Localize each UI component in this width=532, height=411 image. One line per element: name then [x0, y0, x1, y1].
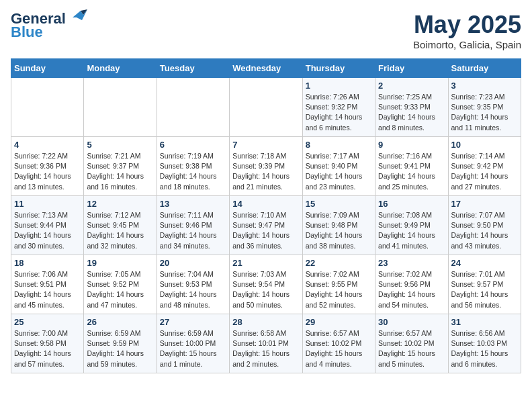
day-number: 31: [451, 317, 518, 327]
day-info: Sunrise: 7:26 AM Sunset: 9:32 PM Dayligh…: [306, 93, 363, 132]
header-day-thursday: Thursday: [302, 59, 375, 78]
day-info: Sunrise: 7:17 AM Sunset: 9:40 PM Dayligh…: [306, 152, 363, 191]
day-cell: 1Sunrise: 7:26 AM Sunset: 9:32 PM Daylig…: [302, 78, 375, 137]
day-cell: 25Sunrise: 7:00 AM Sunset: 9:58 PM Dayli…: [11, 314, 84, 373]
page-header: General Blue May 2025 Boimorto, Galicia,…: [11, 11, 521, 50]
day-info: Sunrise: 7:12 AM Sunset: 9:45 PM Dayligh…: [87, 211, 144, 250]
day-number: 9: [378, 140, 445, 150]
day-info: Sunrise: 7:08 AM Sunset: 9:49 PM Dayligh…: [378, 211, 435, 250]
day-cell: 9Sunrise: 7:16 AM Sunset: 9:41 PM Daylig…: [375, 137, 448, 196]
day-number: 15: [306, 199, 372, 209]
day-info: Sunrise: 7:23 AM Sunset: 9:35 PM Dayligh…: [451, 93, 508, 132]
header-day-friday: Friday: [375, 59, 448, 78]
day-cell: 16Sunrise: 7:08 AM Sunset: 9:49 PM Dayli…: [375, 196, 448, 255]
day-info: Sunrise: 7:25 AM Sunset: 9:33 PM Dayligh…: [378, 93, 435, 132]
day-number: 14: [232, 199, 299, 209]
day-cell: 22Sunrise: 7:02 AM Sunset: 9:55 PM Dayli…: [302, 255, 375, 314]
day-cell: 23Sunrise: 7:02 AM Sunset: 9:56 PM Dayli…: [375, 255, 448, 314]
day-cell: 31Sunrise: 6:56 AM Sunset: 10:03 PM Dayl…: [448, 314, 521, 373]
logo-bird-icon: [67, 8, 87, 27]
header-day-wednesday: Wednesday: [230, 59, 302, 78]
week-row-4: 18Sunrise: 7:06 AM Sunset: 9:51 PM Dayli…: [11, 255, 521, 314]
day-cell: 24Sunrise: 7:01 AM Sunset: 9:57 PM Dayli…: [448, 255, 521, 314]
day-number: 27: [160, 317, 226, 327]
day-info: Sunrise: 7:00 AM Sunset: 9:58 PM Dayligh…: [14, 329, 71, 368]
day-cell: 15Sunrise: 7:09 AM Sunset: 9:48 PM Dayli…: [302, 196, 375, 255]
day-cell: 17Sunrise: 7:07 AM Sunset: 9:50 PM Dayli…: [448, 196, 521, 255]
week-row-2: 4Sunrise: 7:22 AM Sunset: 9:36 PM Daylig…: [11, 137, 521, 196]
day-cell: 27Sunrise: 6:59 AM Sunset: 10:00 PM Dayl…: [157, 314, 229, 373]
day-cell: 3Sunrise: 7:23 AM Sunset: 9:35 PM Daylig…: [448, 78, 521, 137]
day-info: Sunrise: 6:57 AM Sunset: 10:02 PM Daylig…: [306, 329, 363, 368]
day-info: Sunrise: 7:07 AM Sunset: 9:50 PM Dayligh…: [451, 211, 508, 250]
day-cell: 30Sunrise: 6:57 AM Sunset: 10:02 PM Dayl…: [375, 314, 448, 373]
day-number: 22: [306, 258, 372, 268]
day-info: Sunrise: 7:14 AM Sunset: 9:42 PM Dayligh…: [451, 152, 508, 191]
day-number: 30: [378, 317, 445, 327]
day-info: Sunrise: 7:09 AM Sunset: 9:48 PM Dayligh…: [306, 211, 363, 250]
day-info: Sunrise: 7:18 AM Sunset: 9:39 PM Dayligh…: [232, 152, 290, 191]
day-cell: 18Sunrise: 7:06 AM Sunset: 9:51 PM Dayli…: [11, 255, 84, 314]
day-info: Sunrise: 6:59 AM Sunset: 9:59 PM Dayligh…: [87, 329, 144, 368]
header-row: SundayMondayTuesdayWednesdayThursdayFrid…: [11, 59, 521, 78]
day-number: 5: [87, 140, 153, 150]
day-number: 13: [160, 199, 226, 209]
day-info: Sunrise: 7:05 AM Sunset: 9:52 PM Dayligh…: [87, 270, 144, 309]
day-number: 20: [160, 258, 226, 268]
day-cell: 20Sunrise: 7:04 AM Sunset: 9:53 PM Dayli…: [157, 255, 229, 314]
day-cell: 14Sunrise: 7:10 AM Sunset: 9:47 PM Dayli…: [230, 196, 302, 255]
day-cell: 8Sunrise: 7:17 AM Sunset: 9:40 PM Daylig…: [302, 137, 375, 196]
day-number: 21: [232, 258, 299, 268]
day-info: Sunrise: 6:59 AM Sunset: 10:00 PM Daylig…: [160, 329, 217, 368]
day-cell: 13Sunrise: 7:11 AM Sunset: 9:46 PM Dayli…: [157, 196, 229, 255]
header-day-tuesday: Tuesday: [157, 59, 229, 78]
day-cell: 2Sunrise: 7:25 AM Sunset: 9:33 PM Daylig…: [375, 78, 448, 137]
day-info: Sunrise: 7:06 AM Sunset: 9:51 PM Dayligh…: [14, 270, 71, 309]
day-number: 12: [87, 199, 153, 209]
day-number: 6: [160, 140, 226, 150]
header-day-saturday: Saturday: [448, 59, 521, 78]
calendar-table: SundayMondayTuesdayWednesdayThursdayFrid…: [11, 58, 521, 373]
title-block: May 2025 Boimorto, Galicia, Spain: [413, 11, 521, 50]
day-number: 1: [306, 81, 372, 91]
day-number: 23: [378, 258, 445, 268]
day-cell: 19Sunrise: 7:05 AM Sunset: 9:52 PM Dayli…: [84, 255, 157, 314]
day-number: 18: [14, 258, 81, 268]
day-cell: [84, 78, 157, 137]
logo-text-blue: Blue: [11, 24, 43, 40]
day-info: Sunrise: 7:11 AM Sunset: 9:46 PM Dayligh…: [160, 211, 217, 250]
day-info: Sunrise: 7:01 AM Sunset: 9:57 PM Dayligh…: [451, 270, 508, 309]
day-cell: 6Sunrise: 7:19 AM Sunset: 9:38 PM Daylig…: [157, 137, 229, 196]
day-cell: 4Sunrise: 7:22 AM Sunset: 9:36 PM Daylig…: [11, 137, 84, 196]
day-number: 26: [87, 317, 153, 327]
day-info: Sunrise: 7:02 AM Sunset: 9:55 PM Dayligh…: [306, 270, 363, 309]
day-info: Sunrise: 7:21 AM Sunset: 9:37 PM Dayligh…: [87, 152, 144, 191]
day-number: 8: [306, 140, 372, 150]
day-info: Sunrise: 7:16 AM Sunset: 9:41 PM Dayligh…: [378, 152, 435, 191]
day-cell: 29Sunrise: 6:57 AM Sunset: 10:02 PM Dayl…: [302, 314, 375, 373]
day-info: Sunrise: 7:19 AM Sunset: 9:38 PM Dayligh…: [160, 152, 217, 191]
day-info: Sunrise: 7:02 AM Sunset: 9:56 PM Dayligh…: [378, 270, 435, 309]
day-cell: 7Sunrise: 7:18 AM Sunset: 9:39 PM Daylig…: [230, 137, 302, 196]
header-day-monday: Monday: [84, 59, 157, 78]
day-cell: 5Sunrise: 7:21 AM Sunset: 9:37 PM Daylig…: [84, 137, 157, 196]
week-row-3: 11Sunrise: 7:13 AM Sunset: 9:44 PM Dayli…: [11, 196, 521, 255]
day-number: 2: [378, 81, 445, 91]
day-number: 4: [14, 140, 81, 150]
main-title: May 2025: [413, 11, 521, 39]
day-info: Sunrise: 6:56 AM Sunset: 10:03 PM Daylig…: [451, 329, 508, 368]
day-number: 25: [14, 317, 81, 327]
logo: General Blue: [11, 11, 87, 40]
day-number: 11: [14, 199, 81, 209]
day-cell: [157, 78, 229, 137]
day-cell: [230, 78, 302, 137]
day-number: 19: [87, 258, 153, 268]
day-cell: [11, 78, 84, 137]
day-info: Sunrise: 7:04 AM Sunset: 9:53 PM Dayligh…: [160, 270, 217, 309]
day-number: 24: [451, 258, 518, 268]
day-number: 17: [451, 199, 518, 209]
day-cell: 12Sunrise: 7:12 AM Sunset: 9:45 PM Dayli…: [84, 196, 157, 255]
day-info: Sunrise: 7:13 AM Sunset: 9:44 PM Dayligh…: [14, 211, 71, 250]
day-cell: 21Sunrise: 7:03 AM Sunset: 9:54 PM Dayli…: [230, 255, 302, 314]
day-number: 10: [451, 140, 518, 150]
